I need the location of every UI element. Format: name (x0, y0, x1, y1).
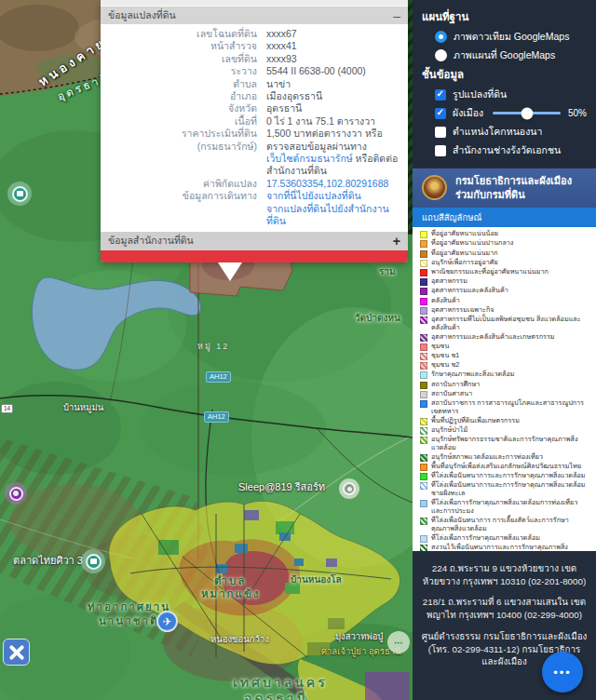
legend-item: พื้นที่ปฏิรูปที่ดินเพื่อเกษตรกรรม (420, 416, 589, 425)
layer-option-label: สำนักงานช่างรังวัดเอกชน (453, 142, 561, 158)
road-badge: 14 (1, 404, 13, 413)
field-label: ราคาประเมินที่ดิน(กรมธนารักษ์) (101, 128, 257, 178)
popup-top-strip (101, 0, 408, 7)
opacity-slider[interactable] (493, 112, 561, 114)
layers-sidebar: แผนที่ฐาน ภาพดาวเทียม GoogleMapsภาพแผนที… (413, 0, 596, 700)
more-actions-fab[interactable]: ••• (542, 652, 583, 693)
parcel-info-popup: ข้อมูลแปลงที่ดิน – เลขโฉนดที่ดินxxxx67หน… (101, 0, 408, 262)
legend-label: ที่โล่งเพื่อนันทนาการและการรักษาคุณภาพสิ… (431, 481, 589, 498)
land-gis-app: หนองคายอุดรธานีหมู่ 12บ้านหมูม่นSleep@81… (0, 0, 596, 700)
layer-option[interactable]: ตำแหน่งโคกหนองนา (435, 124, 587, 140)
field-link[interactable]: จากที่นี่ไปยังแปลงที่ดิน (266, 190, 361, 201)
expand-icon[interactable]: + (393, 234, 400, 249)
legend-label: ที่โล่งเพื่อนันทนาการ การเลี้ยงสัตว์และก… (431, 517, 589, 533)
field-label: จังหวัด (101, 102, 257, 114)
minimize-button[interactable]: – (393, 11, 400, 20)
layer-option-label: ตำแหน่งโคกหนองนา (453, 124, 542, 140)
market-poi[interactable] (81, 549, 105, 573)
legend-label: ที่อยู่อาศัยหนาแน่นน้อย (431, 230, 498, 238)
office-section-header[interactable]: ข้อมูลสำนักงานที่ดิน + (101, 232, 408, 250)
checkbox-icon[interactable] (435, 127, 446, 138)
legend-label: อุตสาหกรรมเฉพาะกิจ (431, 306, 494, 315)
parcel-field-row: จังหวัดอุดรธานี (101, 102, 402, 114)
legend-label: ชุมชน ช1 (431, 352, 459, 360)
legend-swatch (420, 427, 427, 435)
footer-line: 218/1 ถ.พระรามที่ 6 แขวงสามเสนใน เขตพญาไ… (420, 596, 589, 621)
legend-item: ที่โล่งเพื่อนันทนาการและการรักษาคุณภาพสิ… (420, 481, 589, 499)
legend-label: สถาบันศาสนา (431, 390, 472, 398)
legend-swatch (420, 371, 427, 379)
legend-swatch (420, 518, 427, 525)
basemap-title: แผนที่ฐาน (422, 8, 587, 25)
slider-knob[interactable] (521, 107, 533, 119)
layer-option[interactable]: ผังเมือง50% (435, 105, 587, 121)
survey-tools-poi[interactable] (3, 639, 30, 666)
airport-poi[interactable]: ✈ (156, 611, 178, 632)
basemap-option[interactable]: ภาพแผนที่ GoogleMaps (435, 47, 587, 63)
field-link[interactable]: 17.53603354,102.80291688 (266, 178, 388, 189)
parcel-field-row: เลขโฉนดที่ดินxxxx67 (101, 28, 402, 40)
parcel-field-row: ตำบลนาข่า (101, 78, 402, 90)
legend-item: คลังสินค้า (420, 296, 589, 305)
field-label: เลขโฉนดที่ดิน (101, 28, 257, 40)
layer-option-label: รูปแปลงที่ดิน (453, 87, 507, 102)
field-link[interactable]: เว็บไซต์กรมธนารักษ์ (266, 153, 353, 164)
field-link[interactable]: จากแปลงที่ดินไปยังสำนักงานที่ดิน (266, 203, 389, 226)
legend-label: ที่โล่งเพื่อการรักษาคุณภาพสิ่งแวดล้อมการ… (431, 499, 589, 516)
sidebar-footer: 224 ถ.พระราม 9 แขวงห้วยขวาง เขตห้วยขวาง … (413, 551, 596, 700)
legend-swatch (420, 418, 427, 425)
field-label: เลขที่ดิน (101, 53, 257, 65)
legend-swatch (420, 454, 427, 462)
field-value: เมืองอุดรธานี (266, 90, 402, 102)
legend-item: อุตสาหกรรมเฉพาะกิจ (420, 305, 589, 315)
field-label: อำเภอ (101, 90, 257, 102)
legend-item: พื้นที่อนุรักษ์เพื่อส่งเสริมเอกลักษณ์ศิล… (420, 463, 589, 472)
legend-item: ที่โล่งเพื่อการรักษาคุณภาพสิ่งแวดล้อม (420, 533, 589, 543)
radio-icon[interactable] (435, 31, 447, 43)
market-poi-core (86, 554, 102, 570)
legend-label: ที่โล่งเพื่อนันทนาการและการรักษาคุณภาพสิ… (431, 472, 586, 480)
legend-label: สงวนไว้เพื่อนันทนาการและการรักษาคุณภาพสิ… (431, 544, 589, 551)
checkbox-icon[interactable] (435, 89, 446, 101)
checkbox-icon[interactable] (435, 145, 446, 156)
basemap-option-label: ภาพดาวเทียม GoogleMaps (454, 29, 569, 45)
field-value: 17.53603354,102.80291688 (266, 178, 402, 190)
checkbox-icon[interactable] (435, 108, 446, 119)
layer-option[interactable]: รูปแปลงที่ดิน (435, 87, 587, 102)
active-section-bar (101, 250, 408, 262)
parcel-field-row: เลขที่ดินxxxx93 (101, 53, 402, 65)
basemap-option[interactable]: ภาพดาวเทียม GoogleMaps (435, 29, 587, 45)
legend-label: ชุมชน (431, 343, 449, 351)
parcel-field-row: อำเภอเมืองอุดรธานี (101, 90, 402, 102)
legend-item: รักษาคุณภาพและสิ่งแวดล้อม (420, 370, 589, 380)
purple-poi[interactable] (5, 482, 27, 505)
legend-item: ที่อยู่อาศัยหนาแน่นน้อย (420, 230, 589, 239)
legend-swatch (420, 482, 427, 490)
legend-item: ชุมชน ช1 (420, 352, 589, 361)
legend-item: ที่โล่งเพื่อนันทนาการและการรักษาคุณภาพสิ… (420, 472, 589, 481)
legend-label: อนุรักษ์สภาพแวดล้อมและการท่องเที่ยว (431, 453, 543, 462)
park-poi[interactable]: ⋯ (387, 631, 410, 653)
road-badge: AH12 (206, 371, 231, 383)
layer-option[interactable]: สำนักงานช่างรังวัดเอกชน (435, 142, 587, 158)
legend-label: พื้นที่อนุรักษ์เพื่อส่งเสริมเอกลักษณ์ศิล… (431, 463, 581, 471)
legend-label: อุตสาหกรรม (431, 277, 467, 286)
legend-swatch (420, 260, 427, 267)
field-value: อุดรธานี (266, 102, 402, 114)
radio-icon[interactable] (435, 49, 447, 61)
legend-item: ที่อยู่อาศัยหนาแน่นมาก (420, 249, 589, 258)
temple-poi[interactable] (7, 182, 32, 206)
legend-swatch (420, 353, 427, 360)
parcel-field-row: เนื้อที่0 ไร่ 1 งาน 75.1 ตารางวา (101, 115, 402, 128)
resort-poi[interactable] (339, 478, 359, 499)
popup-tail (218, 262, 242, 281)
office-section-title: ข้อมูลสำนักงานที่ดิน (108, 233, 194, 249)
legend-label: คลังสินค้า (431, 297, 460, 305)
legend-swatch (420, 400, 427, 408)
legend-item: สถาบันราชการ การสาธารณูปโภคและสาธารณูปกา… (420, 398, 589, 416)
legend-swatch (420, 298, 427, 305)
layer-option-label: ผังเมือง (453, 105, 483, 121)
department-seal-icon (422, 175, 447, 200)
legend-swatch (420, 437, 427, 444)
legend-list: ที่อยู่อาศัยหนาแน่นน้อยที่อยู่อาศัยหนาแน… (413, 227, 596, 551)
